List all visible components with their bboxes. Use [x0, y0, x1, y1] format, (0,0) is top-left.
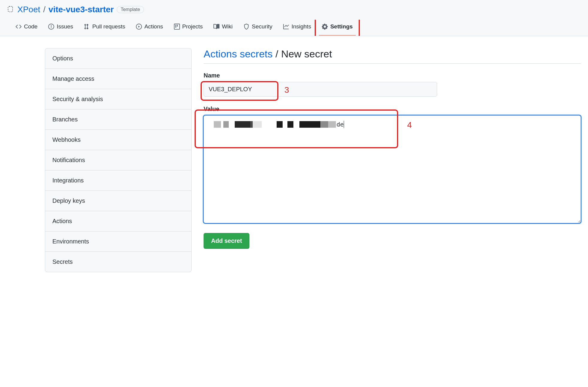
name-label: Name — [204, 72, 581, 79]
value-label: Value — [204, 106, 581, 112]
git-pull-request-icon — [84, 24, 90, 30]
tab-label: Settings — [330, 23, 353, 30]
repo-template-icon — [7, 6, 14, 13]
subhead-separator: / — [275, 48, 278, 60]
template-badge: Template — [117, 6, 144, 13]
tab-label: Projects — [182, 23, 203, 30]
shield-icon — [243, 24, 249, 30]
secret-name-input[interactable] — [204, 82, 437, 97]
graph-icon — [283, 24, 289, 30]
book-icon — [213, 24, 219, 30]
tab-label: Security — [252, 23, 272, 30]
breadcrumb-repo-link[interactable]: vite-vue3-starter — [49, 5, 114, 14]
breadcrumb: XPoet / vite-vue3-starter Template — [7, 5, 581, 14]
sidebar-item-options[interactable]: Options — [45, 48, 191, 69]
tab-projects[interactable]: Projects — [170, 20, 207, 36]
tab-label: Issues — [57, 23, 73, 30]
settings-sidebar: Options Manage access Security & analysi… — [45, 48, 192, 272]
tab-security[interactable]: Security — [239, 20, 277, 36]
tab-label: Actions — [144, 23, 163, 30]
page-subhead: Actions secrets / New secret — [204, 48, 581, 64]
settings-menu: Options Manage access Security & analysi… — [45, 48, 192, 272]
sidebar-item-security-analysis[interactable]: Security & analysis — [45, 89, 191, 109]
sidebar-item-secrets[interactable]: Secrets — [45, 252, 191, 272]
sidebar-item-integrations[interactable]: Integrations — [45, 170, 191, 191]
field-group-name: Name 3 — [204, 72, 581, 97]
tab-insights[interactable]: Insights — [279, 20, 315, 36]
tab-label: Insights — [292, 23, 311, 30]
sidebar-item-notifications[interactable]: Notifications — [45, 150, 191, 170]
gear-icon — [322, 24, 328, 30]
tab-actions[interactable]: Actions — [132, 20, 167, 36]
project-icon — [174, 24, 180, 30]
tab-issues[interactable]: Issues — [44, 20, 77, 36]
add-secret-button[interactable]: Add secret — [204, 233, 249, 249]
issues-icon — [48, 24, 54, 30]
subhead-link-actions-secrets[interactable]: Actions secrets — [204, 48, 273, 60]
secret-value-textarea[interactable] — [204, 115, 581, 223]
breadcrumb-owner-link[interactable]: XPoet — [17, 5, 40, 14]
tab-settings[interactable]: Settings — [318, 20, 357, 36]
repo-header: XPoet / vite-vue3-starter Template Code … — [0, 0, 588, 36]
breadcrumb-separator: / — [43, 5, 46, 14]
main-layout: Options Manage access Security & analysi… — [0, 36, 588, 284]
tab-wiki[interactable]: Wiki — [209, 20, 237, 36]
play-circle-icon — [136, 24, 142, 30]
sidebar-item-manage-access[interactable]: Manage access — [45, 69, 191, 89]
sidebar-item-actions[interactable]: Actions — [45, 211, 191, 231]
tab-label: Pull requests — [92, 23, 125, 30]
tab-pulls[interactable]: Pull requests — [80, 20, 129, 36]
repo-tabnav: Code Issues Pull requests Actions Projec… — [7, 20, 581, 36]
tab-code[interactable]: Code — [11, 20, 42, 36]
sidebar-item-environments[interactable]: Environments — [45, 231, 191, 252]
field-group-value: Value — [204, 106, 581, 224]
tab-label: Wiki — [222, 23, 233, 30]
sidebar-item-webhooks[interactable]: Webhooks — [45, 130, 191, 150]
code-icon — [16, 24, 22, 30]
subhead-tail: New secret — [281, 48, 332, 60]
sidebar-item-branches[interactable]: Branches — [45, 109, 191, 130]
sidebar-item-deploy-keys[interactable]: Deploy keys — [45, 191, 191, 211]
tab-label: Code — [24, 23, 37, 30]
content-area: Actions secrets / New secret Name 3 Valu… — [204, 48, 581, 272]
